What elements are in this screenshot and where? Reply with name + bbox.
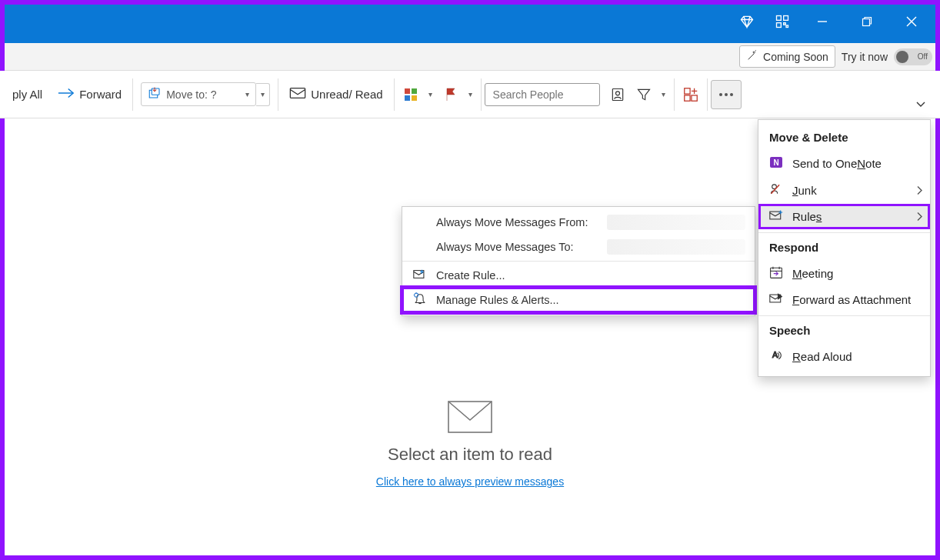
separator [132, 78, 133, 111]
ribbon-overflow-menu: Move & Delete N Send to OneNote Junk Rul… [758, 119, 931, 377]
rules-manage-rules-alerts[interactable]: Manage Rules & Alerts... [402, 288, 755, 312]
filter-dropdown[interactable]: ▾ [657, 82, 671, 108]
separator [481, 78, 482, 111]
svg-rect-10 [152, 88, 159, 95]
add-in-store-button[interactable] [678, 82, 704, 108]
menu-label: Always Move Messages From: [436, 216, 588, 228]
svg-point-21 [719, 93, 722, 96]
chevron-right-icon [916, 210, 922, 223]
flag-dropdown[interactable]: ▾ [464, 82, 478, 108]
separator [674, 78, 675, 111]
separator [707, 78, 708, 111]
reading-pane-placeholder: Select an item to read Click here to alw… [5, 400, 935, 488]
menu-section-move-delete: Move & Delete [758, 126, 930, 150]
svg-point-23 [730, 93, 733, 96]
menu-rules[interactable]: Rules [758, 204, 930, 229]
svg-rect-11 [291, 88, 305, 98]
menu-label: Meeting [792, 267, 833, 280]
reply-all-button[interactable]: ply All [5, 83, 50, 105]
search-people-input[interactable] [485, 83, 600, 106]
toggle-off-label: Off [918, 52, 928, 61]
unread-read-button[interactable]: Unread/ Read [282, 82, 390, 107]
rules-icon [769, 209, 783, 224]
menu-label: Send to OneNote [792, 157, 882, 170]
move-folder-icon [148, 86, 162, 102]
categorize-dropdown[interactable]: ▾ [424, 82, 438, 108]
menu-separator [402, 261, 755, 262]
svg-point-17 [615, 91, 619, 95]
menu-section-speech: Speech [758, 319, 930, 343]
menu-read-aloud[interactable]: A Read Aloud [758, 343, 930, 370]
svg-rect-14 [405, 95, 410, 101]
envelope-icon [289, 86, 306, 102]
chevron-right-icon [916, 184, 922, 197]
svg-rect-13 [412, 88, 417, 94]
menu-junk[interactable]: Junk [758, 177, 930, 204]
read-aloud-icon: A [769, 348, 783, 365]
svg-rect-15 [412, 95, 417, 101]
menu-label: Manage Rules & Alerts... [436, 294, 559, 306]
menu-section-respond: Respond [758, 236, 930, 260]
ribbon-overflow-button[interactable] [711, 80, 742, 109]
move-to-label: Move to: ? [166, 88, 216, 101]
categorize-button[interactable] [398, 82, 424, 108]
forward-attachment-icon [769, 292, 783, 307]
junk-icon [769, 182, 783, 198]
arrow-right-icon [58, 88, 75, 101]
rules-always-move-to[interactable]: Always Move Messages To: [402, 235, 755, 259]
reply-all-label: ply All [12, 88, 42, 101]
menu-label: Create Rule... [436, 269, 505, 282]
menu-label: Read Aloud [792, 350, 852, 363]
ribbon-toolbar: ply All Forward Move to: ? ▾ ▾ Unread/ R… [0, 71, 940, 118]
rules-always-move-from[interactable]: Always Move Messages From: [402, 210, 755, 235]
svg-rect-24 [448, 402, 492, 432]
svg-rect-18 [684, 88, 689, 93]
separator [278, 78, 278, 111]
menu-meeting[interactable]: Meeting [758, 260, 930, 287]
move-to-control[interactable]: Move to: ? ▾ ▾ [141, 82, 270, 106]
forward-label: Forward [79, 88, 122, 101]
menu-separator [758, 315, 930, 316]
create-rule-icon [413, 268, 427, 283]
onenote-icon: N [769, 155, 783, 172]
svg-rect-12 [405, 88, 410, 94]
rules-submenu: Always Move Messages From: Always Move M… [402, 206, 755, 316]
separator [394, 78, 395, 111]
coming-soon-toggle[interactable]: Off [894, 48, 932, 65]
svg-rect-31 [770, 212, 781, 219]
menu-label: Forward as Attachment [792, 293, 911, 306]
caret-down-icon: ▾ [245, 90, 249, 98]
menu-send-to-onenote[interactable]: N Send to OneNote [758, 150, 930, 177]
filter-button[interactable] [631, 82, 657, 108]
svg-rect-32 [771, 268, 782, 278]
move-to-dropdown[interactable]: ▾ [256, 83, 270, 106]
calendar-icon [769, 265, 783, 282]
forward-button[interactable]: Forward [50, 83, 129, 105]
menu-forward-attachment[interactable]: Forward as Attachment [758, 287, 930, 312]
manage-rules-icon [413, 292, 427, 308]
menu-label: Always Move Messages To: [436, 241, 574, 253]
always-preview-link[interactable]: Click here to always preview messages [376, 475, 564, 488]
menu-label: Rules [792, 210, 822, 223]
menu-label: Junk [792, 184, 817, 197]
menu-separator [758, 232, 930, 233]
flag-button[interactable] [438, 82, 464, 108]
svg-rect-20 [692, 95, 697, 100]
rules-create-rule[interactable]: Create Rule... [402, 263, 755, 288]
ribbon-collapse-caret[interactable] [915, 97, 926, 111]
envelope-large-icon [447, 400, 493, 434]
unread-read-label: Unread/ Read [311, 88, 382, 101]
toggle-knob [896, 51, 908, 63]
address-book-button[interactable] [605, 82, 631, 108]
svg-point-22 [725, 93, 728, 96]
reading-pane-title: Select an item to read [388, 445, 552, 465]
svg-rect-19 [684, 95, 689, 100]
svg-text:N: N [773, 158, 778, 167]
